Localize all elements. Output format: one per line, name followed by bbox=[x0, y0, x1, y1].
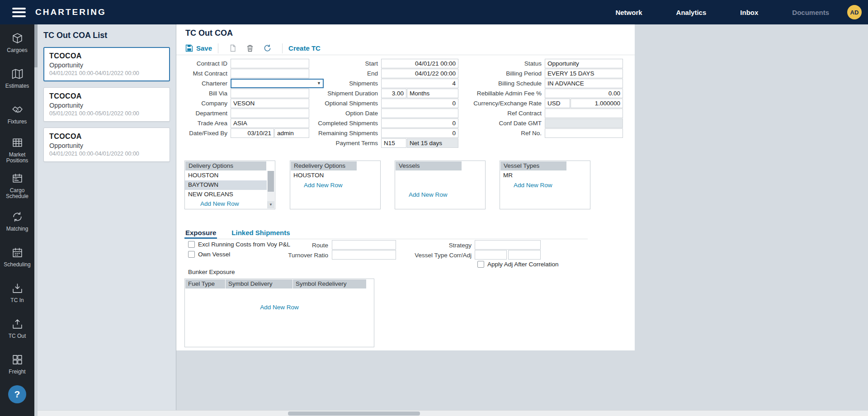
option-date-input[interactable] bbox=[381, 109, 458, 118]
shipment-duration-unit-input[interactable] bbox=[407, 89, 458, 98]
fixed-by-input[interactable] bbox=[274, 128, 309, 138]
own-vessel-checkbox[interactable]: Own Vessel bbox=[188, 251, 230, 258]
delivery-option-row-selected[interactable]: BAYTOWN bbox=[185, 180, 267, 190]
fuel-type-column-header: Fuel Type bbox=[185, 279, 225, 288]
horizontal-scrollbar[interactable] bbox=[38, 410, 868, 416]
billing-period-label: Billing Period bbox=[467, 70, 545, 77]
delivery-add-new-row-link[interactable]: Add New Row bbox=[185, 200, 275, 207]
end-label: End bbox=[307, 70, 381, 77]
delivery-grid-scrollbar[interactable]: ▼ bbox=[267, 171, 274, 208]
ref-contract-input[interactable] bbox=[545, 109, 623, 118]
redelivery-option-row[interactable]: HOUSTON bbox=[290, 171, 380, 180]
route-input[interactable] bbox=[332, 240, 396, 250]
vessel-type-adj-input[interactable] bbox=[508, 250, 541, 260]
nav-inbox[interactable]: Inbox bbox=[740, 9, 758, 16]
coa-card-dates: 04/01/2021 00:00-04/01/2022 00:00 bbox=[49, 70, 164, 76]
sidebar-item-tc-out[interactable]: TC Out bbox=[0, 311, 34, 347]
bunker-exposure-table: Fuel Type Symbol Delivery Symbol Redeliv… bbox=[184, 279, 374, 347]
redelivery-add-new-row-link[interactable]: Add New Row bbox=[290, 182, 380, 189]
start-label: Start bbox=[307, 60, 381, 67]
delivery-options-header: Delivery Options bbox=[185, 161, 266, 170]
strategy-input[interactable] bbox=[475, 240, 541, 250]
avatar[interactable]: AD bbox=[847, 5, 862, 19]
help-icon: ? bbox=[14, 389, 20, 400]
coa-card[interactable]: TCOCOA Opportunity 04/01/2021 00:00-04/0… bbox=[43, 128, 170, 162]
shipment-duration-input[interactable] bbox=[381, 89, 406, 98]
fixed-date-input[interactable] bbox=[231, 128, 274, 138]
sidebar-item-label: TC Out bbox=[1, 333, 33, 339]
shipments-input[interactable] bbox=[381, 79, 458, 88]
currency-input[interactable] bbox=[545, 99, 570, 108]
refresh-icon[interactable] bbox=[264, 44, 271, 52]
nav-analytics[interactable]: Analytics bbox=[676, 9, 707, 16]
delete-trash-icon[interactable] bbox=[246, 44, 254, 52]
tab-exposure[interactable]: Exposure bbox=[184, 228, 217, 239]
list-scrollbar[interactable] bbox=[34, 24, 38, 416]
freight-boxes-icon bbox=[12, 354, 23, 367]
top-bar: CHARTERING Network Analytics Inbox Docum… bbox=[0, 0, 868, 24]
trade-area-input[interactable] bbox=[231, 118, 309, 128]
optional-shipments-input[interactable] bbox=[381, 99, 458, 108]
form-column-right: Status Billing Period Billing Schedule R… bbox=[467, 59, 623, 138]
save-button-label: Save bbox=[196, 44, 212, 52]
sidebar-item-cargo-schedule[interactable]: Cargo Schedule bbox=[0, 168, 34, 204]
nav-network[interactable]: Network bbox=[615, 9, 642, 16]
sidebar-item-label: Freight bbox=[1, 369, 33, 375]
coa-card-selected[interactable]: TCOCOA Opportunity 04/01/2021 00:00-04/0… bbox=[43, 47, 170, 81]
save-button[interactable]: Save bbox=[185, 44, 212, 52]
delivery-option-row[interactable]: NEW ORLEANS bbox=[185, 190, 267, 199]
tab-linked-shipments[interactable]: Linked Shipments bbox=[231, 228, 291, 239]
mst-contract-label: Mst Contract bbox=[180, 70, 231, 77]
rebillable-admin-fee-label: Rebillable Admin Fee % bbox=[467, 90, 545, 97]
vessel-type-corr-input[interactable] bbox=[475, 250, 507, 260]
scroll-down-arrow-icon[interactable]: ▼ bbox=[267, 201, 274, 208]
status-input[interactable] bbox=[545, 59, 623, 68]
create-tc-button[interactable]: Create TC bbox=[288, 44, 321, 52]
department-input[interactable] bbox=[231, 109, 309, 118]
horizontal-scrollbar-thumb[interactable] bbox=[288, 411, 420, 416]
mst-contract-input[interactable] bbox=[231, 69, 309, 78]
sidebar-item-estimates[interactable]: Estimates bbox=[0, 61, 34, 97]
billing-schedule-input[interactable] bbox=[545, 79, 623, 88]
form-column-left: Contract ID Mst Contract Charterer▼ Bill… bbox=[180, 59, 309, 138]
help-button[interactable]: ? bbox=[8, 385, 26, 403]
bill-via-input[interactable] bbox=[231, 89, 309, 98]
contract-id-input[interactable] bbox=[231, 59, 309, 68]
company-input[interactable] bbox=[231, 99, 309, 108]
coa-card[interactable]: TCOCOA Opportunity 05/01/2021 00:00-05/0… bbox=[43, 87, 170, 122]
sidebar-item-freight[interactable]: Freight bbox=[0, 347, 34, 383]
bunker-add-new-row-link[interactable]: Add New Row bbox=[185, 304, 374, 311]
date-fixed-by-label: Date/Fixed By bbox=[180, 130, 231, 137]
bill-via-label: Bill Via bbox=[180, 90, 231, 97]
sidebar-item-label: Market Positions bbox=[1, 152, 33, 164]
completed-shipments-input[interactable] bbox=[381, 118, 458, 128]
payment-terms-label: Payment Terms bbox=[307, 140, 381, 147]
delivery-option-row[interactable]: HOUSTON bbox=[185, 171, 267, 180]
list-scrollbar-thumb[interactable] bbox=[34, 24, 38, 67]
scheduling-calendar-icon bbox=[12, 247, 23, 260]
toolbar: Save Create TC bbox=[176, 42, 635, 55]
payment-terms-code-input[interactable] bbox=[381, 138, 406, 148]
sidebar-item-tc-in[interactable]: TC In bbox=[0, 275, 34, 311]
exchange-rate-input[interactable] bbox=[571, 99, 623, 108]
billing-period-input[interactable] bbox=[545, 69, 623, 78]
rebillable-admin-fee-input[interactable] bbox=[545, 89, 623, 98]
menu-icon[interactable] bbox=[12, 8, 26, 17]
start-input[interactable] bbox=[381, 59, 458, 68]
vessel-types-add-new-row-link[interactable]: Add New Row bbox=[500, 182, 590, 189]
sidebar-item-market-positions[interactable]: Market Positions bbox=[0, 132, 34, 168]
apply-adj-checkbox[interactable]: Apply Adj After Correlation bbox=[477, 261, 559, 268]
ref-no-input[interactable] bbox=[545, 128, 623, 138]
copy-document-icon[interactable] bbox=[229, 44, 236, 52]
vessel-type-row[interactable]: MR bbox=[500, 171, 590, 180]
remaining-shipments-input[interactable] bbox=[381, 128, 458, 138]
sidebar-item-cargoes[interactable]: Cargoes bbox=[0, 25, 34, 61]
sidebar-item-fixtures[interactable]: Fixtures bbox=[0, 97, 34, 132]
sidebar-item-scheduling[interactable]: Scheduling bbox=[0, 240, 34, 275]
delivery-grid-scrollbar-thumb[interactable] bbox=[268, 171, 274, 192]
turnover-ratio-input[interactable] bbox=[332, 250, 396, 260]
end-input[interactable] bbox=[381, 69, 458, 78]
page-title: TC Out COA bbox=[185, 28, 233, 38]
sidebar-item-matching[interactable]: Matching bbox=[0, 204, 34, 240]
vessels-add-new-row-link[interactable]: Add New Row bbox=[395, 191, 485, 198]
